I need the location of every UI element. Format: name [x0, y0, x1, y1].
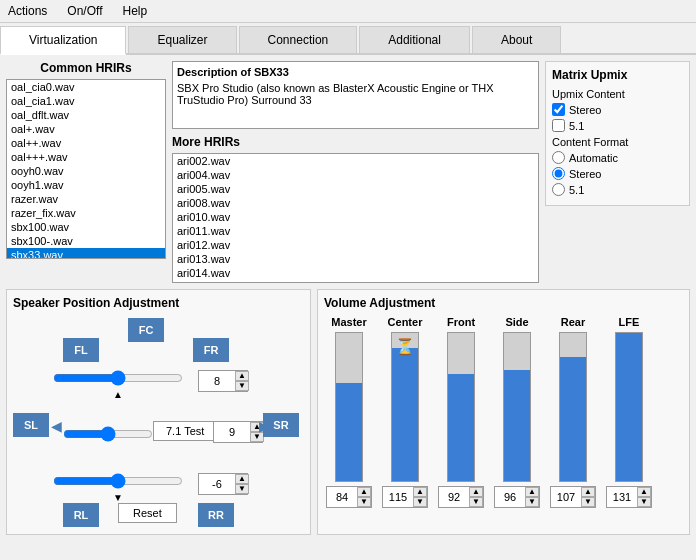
- fl-button[interactable]: FL: [63, 338, 99, 362]
- volume-down-master[interactable]: ▼: [357, 497, 371, 507]
- mid-slider-container: [63, 426, 153, 445]
- menu-help[interactable]: Help: [119, 2, 152, 20]
- more-hrirs-item[interactable]: ari010.wav: [173, 210, 538, 224]
- volume-up-center[interactable]: ▲: [413, 487, 427, 497]
- matrix-upmix-box: Matrix Upmix Upmix Content Stereo 5.1 Co…: [545, 61, 690, 206]
- volume-down-center[interactable]: ▼: [413, 497, 427, 507]
- description-text: SBX Pro Studio (also known as BlasterX A…: [177, 82, 534, 106]
- volume-down-lfe[interactable]: ▼: [637, 497, 651, 507]
- tab-virtualization[interactable]: Virtualization: [0, 26, 126, 55]
- stereo-checkbox[interactable]: [552, 103, 565, 116]
- volume-spinbox-rear: ▲▼: [550, 486, 596, 508]
- rr-button[interactable]: RR: [198, 503, 234, 527]
- fc-button[interactable]: FC: [128, 318, 164, 342]
- spinbox3-input[interactable]: [199, 477, 235, 491]
- automatic-radio[interactable]: [552, 151, 565, 164]
- volume-up-rear[interactable]: ▲: [581, 487, 595, 497]
- volume-slider-container-rear: [559, 332, 587, 482]
- stereo-radio[interactable]: [552, 167, 565, 180]
- stereo-label: Stereo: [569, 104, 601, 116]
- tab-connection[interactable]: Connection: [239, 26, 358, 53]
- tab-additional[interactable]: Additional: [359, 26, 470, 53]
- more-hrirs-item[interactable]: ari004.wav: [173, 168, 538, 182]
- more-hrirs-item[interactable]: ari011.wav: [173, 224, 538, 238]
- fr-button[interactable]: FR: [193, 338, 229, 362]
- more-hrirs-item[interactable]: ari005.wav: [173, 182, 538, 196]
- mid-horiz-slider[interactable]: [63, 426, 153, 442]
- volume-up-lfe[interactable]: ▲: [637, 487, 651, 497]
- more-hrirs-panel: More HRIRs ari002.wavari004.wavari005.wa…: [172, 135, 539, 283]
- top-slider-container: ▲: [53, 370, 183, 400]
- description-box: Description of SBX33 SBX Pro Studio (als…: [172, 61, 539, 129]
- common-hrirs-item[interactable]: oal_dflt.wav: [7, 108, 165, 122]
- volume-up-front[interactable]: ▲: [469, 487, 483, 497]
- volume-input-side[interactable]: [495, 490, 525, 504]
- five1-checkbox-row: 5.1: [552, 119, 683, 132]
- common-hrirs-listbox[interactable]: oal_cia0.wavoal_cia1.wavoal_dflt.wavoal+…: [6, 79, 166, 259]
- more-hrirs-item[interactable]: ari014.wav: [173, 266, 538, 280]
- spinbox1-down[interactable]: ▼: [235, 381, 249, 391]
- volume-up-side[interactable]: ▲: [525, 487, 539, 497]
- more-hrirs-item[interactable]: ari002.wav: [173, 154, 538, 168]
- common-hrirs-item[interactable]: oal+++.wav: [7, 150, 165, 164]
- common-hrirs-item[interactable]: sbx100.wav: [7, 220, 165, 234]
- top-horiz-slider[interactable]: [53, 370, 183, 386]
- bot-horiz-slider[interactable]: [53, 473, 183, 489]
- volume-down-front[interactable]: ▼: [469, 497, 483, 507]
- more-hrirs-title: More HRIRs: [172, 135, 539, 149]
- more-hrirs-item[interactable]: ari015.wav: [173, 280, 538, 283]
- spinbox1-up[interactable]: ▲: [235, 371, 249, 381]
- more-hrirs-item[interactable]: ari013.wav: [173, 252, 538, 266]
- volume-input-lfe[interactable]: [607, 490, 637, 504]
- reset-btn-container: Reset: [118, 503, 177, 523]
- five1-radio-label: 5.1: [569, 184, 584, 196]
- test-button[interactable]: 7.1 Test: [153, 421, 217, 441]
- common-hrirs-item[interactable]: oal_cia0.wav: [7, 80, 165, 94]
- reset-button[interactable]: Reset: [118, 503, 177, 523]
- volume-input-master[interactable]: [327, 490, 357, 504]
- volume-sliders: Master▲▼Center⏳▲▼Front▲▼Side▲▼Rear▲▼LFE▲…: [324, 316, 683, 508]
- upmix-content-label: Upmix Content: [552, 88, 683, 100]
- volume-down-side[interactable]: ▼: [525, 497, 539, 507]
- volume-col-master: Master▲▼: [324, 316, 374, 508]
- common-hrirs-item[interactable]: ooyh1.wav: [7, 178, 165, 192]
- common-hrirs-item[interactable]: sbx100-.wav: [7, 234, 165, 248]
- common-hrirs-item[interactable]: ooyh0.wav: [7, 164, 165, 178]
- rl-button[interactable]: RL: [63, 503, 99, 527]
- more-hrirs-item[interactable]: ari008.wav: [173, 196, 538, 210]
- volume-down-rear[interactable]: ▼: [581, 497, 595, 507]
- volume-col-front: Front▲▼: [436, 316, 486, 508]
- tab-about[interactable]: About: [472, 26, 561, 53]
- common-hrirs-panel: Common HRIRs oal_cia0.wavoal_cia1.wavoal…: [6, 61, 166, 283]
- common-hrirs-item[interactable]: oal_cia1.wav: [7, 94, 165, 108]
- spinbox2-input[interactable]: [214, 425, 250, 439]
- speaker-position-title: Speaker Position Adjustment: [13, 296, 304, 310]
- volume-label-front: Front: [447, 316, 475, 328]
- menu-onoff[interactable]: On/Off: [63, 2, 106, 20]
- tab-equalizer[interactable]: Equalizer: [128, 26, 236, 53]
- menu-actions[interactable]: Actions: [4, 2, 51, 20]
- common-hrirs-item[interactable]: razer_fix.wav: [7, 206, 165, 220]
- spinbox1-input[interactable]: [199, 374, 235, 388]
- volume-slider-container-master: [335, 332, 363, 482]
- common-hrirs-item[interactable]: sbx33.wav: [7, 248, 165, 259]
- volume-input-front[interactable]: [439, 490, 469, 504]
- five1-checkbox[interactable]: [552, 119, 565, 132]
- more-hrirs-listbox[interactable]: ari002.wavari004.wavari005.wavari008.wav…: [172, 153, 539, 283]
- content-format-label: Content Format: [552, 136, 683, 148]
- spinbox3-up[interactable]: ▲: [235, 474, 249, 484]
- spinbox3-down[interactable]: ▼: [235, 484, 249, 494]
- sl-button[interactable]: SL: [13, 413, 49, 437]
- volume-input-center[interactable]: [383, 490, 413, 504]
- more-hrirs-item[interactable]: ari012.wav: [173, 238, 538, 252]
- bottom-area: Speaker Position Adjustment FL FC FR ▲ ▲…: [0, 289, 696, 541]
- common-hrirs-item[interactable]: razer.wav: [7, 192, 165, 206]
- volume-input-rear[interactable]: [551, 490, 581, 504]
- volume-up-master[interactable]: ▲: [357, 487, 371, 497]
- five1-radio[interactable]: [552, 183, 565, 196]
- common-hrirs-item[interactable]: oal++.wav: [7, 136, 165, 150]
- volume-title: Volume Adjustment: [324, 296, 683, 310]
- description-title: Description of SBX33: [177, 66, 534, 78]
- common-hrirs-item[interactable]: oal+.wav: [7, 122, 165, 136]
- volume-spinbox-front: ▲▼: [438, 486, 484, 508]
